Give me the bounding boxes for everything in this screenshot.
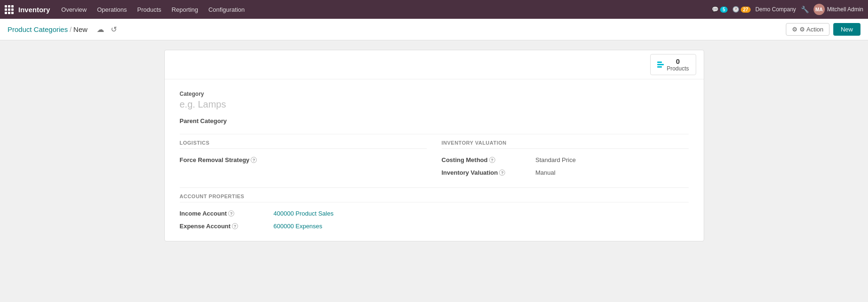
activities-button[interactable]: 🕐 27 bbox=[732, 6, 751, 13]
income-account-value[interactable]: 400000 Product Sales bbox=[274, 210, 334, 217]
grid-icon bbox=[5, 5, 14, 14]
form-body: Category e.g. Lamps Parent Category LOGI… bbox=[165, 79, 704, 241]
account-properties-section: ACCOUNT PROPERTIES Income Account ? 4000… bbox=[180, 187, 689, 230]
inventory-valuation-fields: Costing Method ? Standard Price Inventor… bbox=[442, 156, 689, 176]
income-account-field: Income Account ? 400000 Product Sales bbox=[180, 210, 689, 217]
gear-icon: ⚙ bbox=[792, 26, 798, 33]
category-label: Category bbox=[180, 91, 689, 97]
menu-operations[interactable]: Operations bbox=[92, 4, 132, 15]
breadcrumb-right: ⚙ ⚙ Action New bbox=[786, 23, 860, 36]
force-removal-strategy-label: Force Removal Strategy ? bbox=[180, 156, 274, 163]
user-name: Mitchell Admin bbox=[827, 6, 863, 13]
two-column-sections: LOGISTICS Force Removal Strategy ? IN bbox=[180, 134, 689, 176]
messages-badge: 5 bbox=[720, 7, 728, 13]
company-name: Demo Company bbox=[755, 6, 796, 13]
inventory-valuation-value[interactable]: Manual bbox=[536, 169, 556, 176]
parent-category-label: Parent Category bbox=[180, 117, 264, 124]
discard-button[interactable]: ↺ bbox=[109, 24, 119, 35]
account-properties-title: ACCOUNT PROPERTIES bbox=[180, 194, 689, 202]
form-card: 0 Products Category e.g. Lamps Parent Ca… bbox=[164, 50, 704, 241]
parent-category-row: Parent Category bbox=[180, 117, 689, 124]
inventory-valuation-label: Inventory Valuation ? bbox=[442, 169, 536, 176]
costing-method-value[interactable]: Standard Price bbox=[536, 156, 576, 163]
inventory-valuation-section: INVENTORY VALUATION Costing Method ? Sta… bbox=[442, 140, 689, 176]
list-icon bbox=[657, 62, 664, 68]
save-manually-button[interactable]: ☁ bbox=[95, 24, 106, 35]
inventory-valuation-field: Inventory Valuation ? Manual bbox=[442, 169, 689, 176]
expense-account-help-icon[interactable]: ? bbox=[232, 223, 238, 229]
breadcrumb-bar: Product Categories / New ☁ ↺ ⚙ ⚙ Action … bbox=[0, 19, 868, 40]
chat-icon: 💬 bbox=[712, 6, 719, 13]
inventory-valuation-help-icon[interactable]: ? bbox=[499, 170, 505, 176]
force-removal-strategy-field: Force Removal Strategy ? bbox=[180, 156, 427, 163]
costing-method-field: Costing Method ? Standard Price bbox=[442, 156, 689, 163]
account-properties-fields: Income Account ? 400000 Product Sales Ex… bbox=[180, 210, 689, 230]
expense-account-label: Expense Account ? bbox=[180, 223, 274, 230]
income-account-label: Income Account ? bbox=[180, 210, 274, 217]
products-smart-button[interactable]: 0 Products bbox=[650, 54, 696, 75]
expense-account-value[interactable]: 600000 Expenses bbox=[274, 223, 323, 230]
income-account-help-icon[interactable]: ? bbox=[228, 210, 234, 217]
costing-method-help-icon[interactable]: ? bbox=[489, 157, 495, 163]
inventory-valuation-title: INVENTORY VALUATION bbox=[442, 140, 689, 149]
new-record-button[interactable]: New bbox=[833, 23, 860, 36]
app-brand[interactable]: Inventory bbox=[5, 5, 50, 14]
main-content: 0 Products Category e.g. Lamps Parent Ca… bbox=[0, 40, 868, 302]
clock-icon: 🕐 bbox=[732, 6, 739, 13]
costing-method-label: Costing Method ? bbox=[442, 156, 536, 163]
products-label: Products bbox=[667, 65, 689, 72]
category-input-placeholder[interactable]: e.g. Lamps bbox=[180, 99, 689, 110]
action-button[interactable]: ⚙ ⚙ Action bbox=[786, 23, 830, 36]
activities-badge: 27 bbox=[741, 7, 751, 13]
breadcrumb: Product Categories / New bbox=[8, 25, 87, 33]
app-name: Inventory bbox=[18, 6, 50, 14]
logistics-fields: Force Removal Strategy ? bbox=[180, 156, 427, 163]
menu-configuration[interactable]: Configuration bbox=[204, 4, 249, 15]
breadcrumb-current: New bbox=[73, 25, 87, 33]
products-count-group: 0 Products bbox=[667, 57, 689, 72]
tools-icon[interactable]: 🔧 bbox=[801, 6, 809, 13]
menu-overview[interactable]: Overview bbox=[57, 4, 92, 15]
topnav-right: 💬 5 🕐 27 Demo Company 🔧 MA Mitchell Admi… bbox=[712, 4, 863, 15]
top-menu: Overview Operations Products Reporting C… bbox=[57, 4, 710, 15]
expense-account-field: Expense Account ? 600000 Expenses bbox=[180, 223, 689, 230]
breadcrumb-parent[interactable]: Product Categories bbox=[8, 25, 68, 33]
logistics-section: LOGISTICS Force Removal Strategy ? bbox=[180, 140, 427, 176]
breadcrumb-actions: ☁ ↺ bbox=[95, 24, 119, 35]
logistics-section-title: LOGISTICS bbox=[180, 140, 427, 149]
menu-reporting[interactable]: Reporting bbox=[167, 4, 203, 15]
user-menu[interactable]: MA Mitchell Admin bbox=[814, 4, 863, 15]
user-avatar: MA bbox=[814, 4, 825, 15]
messages-button[interactable]: 💬 5 bbox=[712, 6, 728, 13]
menu-products[interactable]: Products bbox=[132, 4, 166, 15]
products-count: 0 bbox=[667, 57, 689, 65]
force-removal-help-icon[interactable]: ? bbox=[251, 157, 257, 163]
top-navigation: Inventory Overview Operations Products R… bbox=[0, 0, 868, 19]
smart-buttons-bar: 0 Products bbox=[165, 50, 704, 79]
